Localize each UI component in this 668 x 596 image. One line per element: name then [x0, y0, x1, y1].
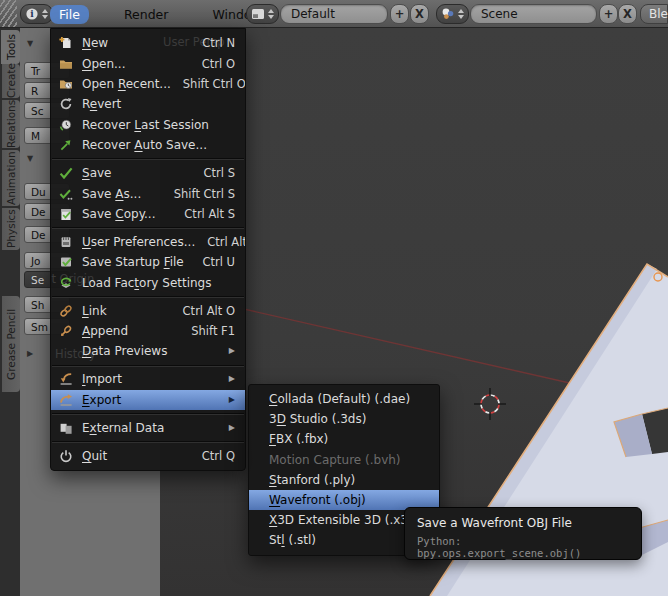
recent-folder-icon — [59, 77, 76, 91]
menu-item-label: External Data — [82, 421, 222, 435]
panel-toggle-arrow-icon[interactable]: ▶ — [27, 350, 33, 358]
stepper-arrows-icon[interactable] — [458, 9, 464, 19]
menu-item-shortcut: Ctrl S — [204, 166, 235, 180]
menu-item-shortcut: Ctrl Alt U — [207, 235, 246, 249]
menu-item-open-recent[interactable]: Open Recent...Shift Ctrl O▶ — [51, 74, 245, 94]
menu-item-label: Quit — [82, 449, 190, 463]
blender-window: ToolsCreateRelationsAnimationPhysicsGrea… — [0, 0, 668, 596]
sidebar-tab-animation[interactable]: Animation — [2, 150, 20, 206]
menu-separator — [51, 293, 245, 301]
export-icon — [59, 393, 76, 407]
menu-separator — [51, 155, 245, 163]
menu-item-shortcut: Ctrl Alt O — [183, 304, 235, 318]
save-copy-icon — [59, 207, 76, 221]
menu-item-recover-last-session[interactable]: Recover Last Session — [51, 115, 245, 135]
menu-item-label: Recover Auto Save... — [82, 138, 235, 152]
info-header: i FileRenderWindowHelp Default + X Scene… — [0, 0, 668, 28]
save-startup-icon — [59, 255, 76, 269]
menu-item-label: Load Factory Settings — [82, 276, 235, 290]
menu-item-save[interactable]: SaveCtrl S — [51, 163, 245, 183]
menu-separator — [51, 438, 245, 446]
menu-item-shortcut: Ctrl Q — [202, 449, 235, 463]
menu-item-label: Import — [82, 372, 222, 386]
menu-item-label: FBX (.fbx) — [269, 432, 427, 446]
info-icon: i — [25, 7, 39, 21]
menu-item-load-factory-settings[interactable]: Load Factory Settings — [51, 272, 245, 292]
open-folder-icon — [59, 57, 76, 71]
sidebar-tab-physics[interactable]: Physics — [2, 208, 20, 250]
recover-autosave-icon — [59, 138, 76, 152]
menu-item-import[interactable]: Import▶ — [51, 369, 245, 389]
menu-item-append[interactable]: AppendShift F1 — [51, 321, 245, 341]
append-icon — [59, 324, 76, 338]
menu-item-recover-auto-save[interactable]: Recover Auto Save... — [51, 135, 245, 155]
menu-item-label: Stanford (.ply) — [269, 473, 427, 487]
scene-icon — [441, 7, 455, 21]
menu-item-save-as[interactable]: Save As...Shift Ctrl S — [51, 183, 245, 203]
panel-toggle-arrow-icon[interactable]: ▼ — [27, 155, 33, 163]
scene-name-field[interactable]: Scene — [470, 4, 597, 24]
menu-item-label: Open Recent... — [82, 77, 171, 91]
menu-item-label: Save As... — [82, 187, 162, 201]
menu-item-label: Link — [82, 304, 171, 318]
menu-item-shortcut: Ctrl Alt S — [184, 207, 235, 221]
stepper-arrows-icon[interactable] — [268, 9, 274, 19]
menu-item-label: Save — [82, 166, 192, 180]
editor-type-selector[interactable]: i — [20, 4, 53, 24]
submenu-arrow-icon: ▶ — [229, 424, 235, 432]
menu-item-shortcut: Ctrl U — [202, 255, 235, 269]
menu-item-export[interactable]: Export▶ — [51, 390, 245, 410]
menu-item-save-startup-file[interactable]: Save Startup FileCtrl U — [51, 252, 245, 272]
menu-item-motion-capture-bvh[interactable]: Motion Capture (.bvh) — [249, 450, 439, 470]
menu-item-data-previews[interactable]: Data Previews▶ — [51, 341, 245, 361]
menu-item-label: Data Previews — [82, 344, 222, 358]
recover-session-icon — [59, 118, 76, 132]
sidebar-tab-grease-pencil[interactable]: Grease Pencil — [2, 296, 20, 392]
menu-item-3d-studio-3ds[interactable]: 3D Studio (.3ds) — [249, 409, 439, 429]
layout-name-field[interactable]: Default — [280, 4, 388, 24]
submenu-arrow-icon: ▶ — [229, 396, 235, 404]
cursor-3d[interactable] — [474, 388, 506, 420]
close-scene-button[interactable]: X — [618, 4, 637, 24]
panel-toggle-arrow-icon[interactable]: ▼ — [27, 40, 33, 48]
menu-item-label: Append — [82, 324, 179, 338]
menu-file[interactable]: File — [50, 5, 89, 24]
tool-shelf-tabstrip: ToolsCreateRelationsAnimationPhysicsGrea… — [0, 28, 20, 596]
add-layout-button[interactable]: + — [390, 4, 409, 24]
screen-layout-selector[interactable] — [246, 4, 279, 24]
menu-item-collada-default-dae[interactable]: Collada (Default) (.dae) — [249, 389, 439, 409]
menu-item-revert[interactable]: Revert — [51, 94, 245, 114]
menu-item-new[interactable]: NewCtrl N — [51, 33, 245, 53]
window-resize-grip-icon[interactable] — [0, 0, 17, 27]
menu-item-label: Collada (Default) (.dae) — [269, 392, 427, 406]
menu-item-stanford-ply[interactable]: Stanford (.ply) — [249, 470, 439, 490]
menu-item-fbx-fbx[interactable]: FBX (.fbx) — [249, 429, 439, 449]
menu-item-save-copy[interactable]: Save Copy...Ctrl Alt S — [51, 204, 245, 224]
sidebar-tab-create[interactable]: Create — [2, 64, 20, 98]
add-scene-button[interactable]: + — [599, 4, 618, 24]
menu-item-quit[interactable]: QuitCtrl Q — [51, 446, 245, 466]
menu-item-label: Open... — [82, 57, 190, 71]
menu-item-external-data[interactable]: External Data▶ — [51, 418, 245, 438]
revert-icon — [59, 97, 76, 111]
menu-item-user-preferences[interactable]: User Preferences...Ctrl Alt U — [51, 232, 245, 252]
scene-selector[interactable] — [436, 4, 469, 24]
menu-item-label: 3D Studio (.3ds) — [269, 412, 427, 426]
link-icon — [59, 304, 76, 318]
tooltip-python: Python: bpy.ops.export_scene.obj() — [417, 535, 629, 559]
factory-settings-icon — [59, 276, 76, 290]
tooltip: Save a Wavefront OBJ File Python: bpy.op… — [404, 507, 642, 560]
menu-item-shortcut: Shift F1 — [191, 324, 235, 338]
menu-item-open[interactable]: Open...Ctrl O — [51, 53, 245, 73]
menu-item-label: Revert — [82, 97, 235, 111]
close-layout-button[interactable]: X — [410, 4, 429, 24]
menu-item-label: New — [82, 36, 190, 50]
save-icon — [59, 166, 76, 180]
menu-item-label: Export — [82, 393, 222, 407]
menu-item-link[interactable]: LinkCtrl Alt O — [51, 300, 245, 320]
quit-icon — [59, 449, 76, 463]
menu-render[interactable]: Render — [115, 5, 178, 24]
sidebar-tab-relations[interactable]: Relations — [2, 100, 20, 148]
stepper-arrows-icon[interactable] — [42, 9, 48, 19]
sidebar-tab-tools[interactable]: Tools — [1, 30, 20, 64]
